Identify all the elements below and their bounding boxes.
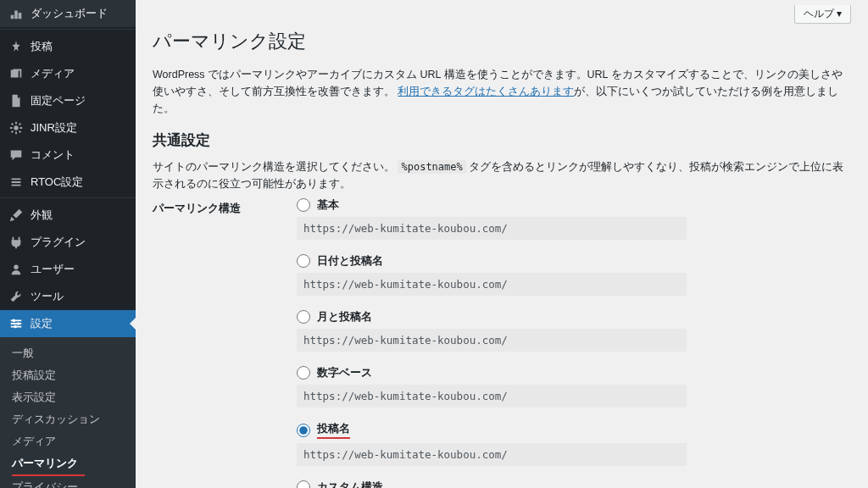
media-icon xyxy=(8,66,24,81)
radio-month-name[interactable] xyxy=(297,310,310,324)
sidebar-label: 設定 xyxy=(31,316,53,331)
sidebar-item-appearance[interactable]: 外観 xyxy=(0,202,136,229)
option-url xyxy=(297,273,687,296)
fieldset-label: パーマリンク構造 xyxy=(153,197,297,216)
submenu-reading[interactable]: 表示設定 xyxy=(0,386,136,408)
option-label[interactable]: カスタム構造 xyxy=(317,480,383,488)
radio-plain[interactable] xyxy=(297,198,310,212)
sidebar-item-posts[interactable]: 投稿 xyxy=(0,33,136,60)
user-icon xyxy=(8,262,24,277)
svg-point-3 xyxy=(17,322,20,325)
option-label[interactable]: 月と投稿名 xyxy=(317,309,372,324)
sidebar-label: プラグイン xyxy=(31,235,86,250)
sidebar-label: 固定ページ xyxy=(31,93,86,108)
option-url xyxy=(297,217,687,240)
radio-numeric[interactable] xyxy=(297,366,310,380)
option-label[interactable]: 日付と投稿名 xyxy=(317,253,383,269)
dashboard-icon xyxy=(8,6,24,21)
sidebar-label: 投稿 xyxy=(31,39,53,54)
comment-icon xyxy=(8,147,24,163)
radio-postname[interactable] xyxy=(297,424,310,437)
note-code: %postname% xyxy=(398,160,465,174)
sidebar-item-users[interactable]: ユーザー xyxy=(0,256,136,283)
option-label[interactable]: 数字ベース xyxy=(317,365,372,380)
sidebar-label: ツール xyxy=(31,289,64,304)
settings-icon xyxy=(8,120,24,136)
sidebar-item-dashboard[interactable]: ダッシュボード xyxy=(0,0,136,27)
sidebar-label: ダッシュボード xyxy=(31,6,108,21)
option-month-name: 月と投稿名 xyxy=(297,309,868,352)
svg-point-0 xyxy=(14,125,18,130)
note-1: サイトのパーマリンク構造を選択してください。 xyxy=(153,161,395,173)
sidebar-label: コメント xyxy=(31,147,75,163)
svg-point-2 xyxy=(13,319,16,323)
help-tab[interactable]: ヘルプ ▾ xyxy=(794,5,851,24)
option-postname: 投稿名 xyxy=(297,421,868,466)
sidebar-label: メディア xyxy=(31,66,75,81)
submenu-media[interactable]: メディア xyxy=(0,430,136,452)
page-title: パーマリンク設定 xyxy=(153,29,851,54)
submenu-permalinks[interactable]: パーマリンク xyxy=(12,452,85,476)
option-custom: カスタム構造 利用可能なタグ: %year% %monthnum% %day% … xyxy=(297,480,868,488)
submenu-privacy[interactable]: プライバシー xyxy=(0,476,136,488)
submenu-writing[interactable]: 投稿設定 xyxy=(0,364,136,386)
option-url xyxy=(297,443,687,466)
svg-point-4 xyxy=(14,325,17,329)
wrench-icon xyxy=(8,289,24,304)
option-plain: 基本 xyxy=(297,197,868,240)
sidebar-item-settings[interactable]: 設定 xyxy=(0,310,136,337)
permalink-options: 基本 日付と投稿名 月と投稿名 xyxy=(297,197,868,488)
sliders-icon xyxy=(8,316,24,331)
sidebar-item-pages[interactable]: 固定ページ xyxy=(0,87,136,114)
sidebar-item-tools[interactable]: ツール xyxy=(0,283,136,310)
sidebar-label: 外観 xyxy=(31,208,53,223)
list-icon xyxy=(8,175,24,190)
option-label[interactable]: 投稿名 xyxy=(317,421,350,439)
option-day-name: 日付と投稿名 xyxy=(297,253,868,296)
settings-submenu: 一般 投稿設定 表示設定 ディスカッション メディア パーマリンク プライバシー… xyxy=(0,337,136,488)
submenu-discussion[interactable]: ディスカッション xyxy=(0,408,136,430)
pin-icon xyxy=(8,39,24,54)
sidebar-label: ユーザー xyxy=(31,262,75,277)
intro-link[interactable]: 利用できるタグはたくさんあります xyxy=(398,86,574,97)
admin-sidebar: ダッシュボード 投稿 メディア 固定ページ JINR設定 コメント RTOC設定 xyxy=(0,0,136,488)
main-content: ヘルプ ▾ パーマリンク設定 WordPress ではパーマリンクやアーカイブに… xyxy=(136,0,868,488)
svg-point-1 xyxy=(14,265,18,269)
sidebar-label: RTOC設定 xyxy=(31,175,83,190)
sidebar-item-jinr[interactable]: JINR設定 xyxy=(0,114,136,141)
radio-custom[interactable] xyxy=(297,480,310,488)
sidebar-item-media[interactable]: メディア xyxy=(0,60,136,87)
option-numeric: 数字ベース xyxy=(297,365,868,408)
option-url xyxy=(297,385,687,408)
page-icon xyxy=(8,93,24,108)
submenu-general[interactable]: 一般 xyxy=(0,342,136,364)
option-label[interactable]: 基本 xyxy=(317,197,339,213)
section-heading: 共通設定 xyxy=(153,130,851,150)
intro-text: WordPress ではパーマリンクやアーカイブにカスタム URL 構造を使うこ… xyxy=(153,66,851,117)
sidebar-item-rtoc[interactable]: RTOC設定 xyxy=(0,169,136,196)
radio-day-name[interactable] xyxy=(297,254,310,268)
section-note: サイトのパーマリンク構造を選択してください。 %postname% タグを含める… xyxy=(153,158,851,192)
sidebar-item-plugins[interactable]: プラグイン xyxy=(0,229,136,256)
brush-icon xyxy=(8,208,24,223)
sidebar-item-comments[interactable]: コメント xyxy=(0,141,136,169)
plug-icon xyxy=(8,235,24,250)
sidebar-label: JINR設定 xyxy=(31,120,77,136)
option-url xyxy=(297,329,687,352)
